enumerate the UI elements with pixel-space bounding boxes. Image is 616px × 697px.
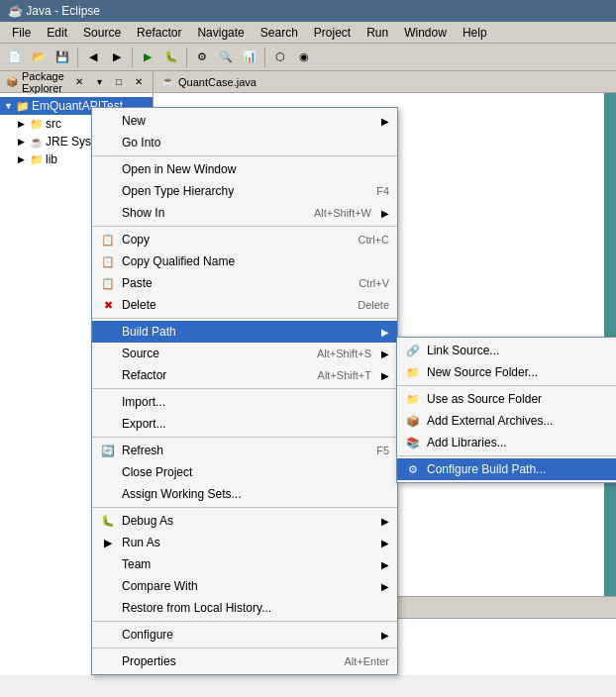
ctx-assign-working[interactable]: Assign Working Sets... bbox=[92, 483, 397, 505]
toolbar-forward[interactable]: ▶ bbox=[106, 47, 128, 68]
ctx-build-path[interactable]: Build Path ▶ bbox=[92, 321, 397, 343]
ctx-close-project[interactable]: Close Project bbox=[92, 461, 397, 483]
menu-run[interactable]: Run bbox=[359, 24, 396, 42]
sub-use-source[interactable]: 📁 Use as Source Folder bbox=[397, 388, 616, 410]
toolbar-btn3[interactable]: 📊 bbox=[239, 47, 260, 68]
menu-bar: File Edit Source Refactor Navigate Searc… bbox=[0, 22, 616, 44]
ctx-open-window-icon bbox=[100, 161, 116, 177]
ctx-restore-history[interactable]: Restore from Local History... bbox=[92, 597, 397, 619]
ctx-open-type-hier[interactable]: Open Type Hierarchy F4 bbox=[92, 180, 397, 202]
ctx-configure-label: Configure bbox=[122, 628, 371, 642]
toolbar-back[interactable]: ◀ bbox=[82, 47, 104, 68]
ctx-go-into[interactable]: Go Into bbox=[92, 132, 397, 153]
ctx-properties[interactable]: Properties Alt+Enter bbox=[92, 650, 397, 672]
toolbar: 📄 📂 💾 ◀ ▶ ▶ 🐛 ⚙ 🔍 📊 ⬡ ◉ bbox=[0, 44, 616, 71]
ctx-refactor[interactable]: Refactor Alt+Shift+T ▶ bbox=[92, 364, 397, 386]
ctx-export[interactable]: Export... bbox=[92, 413, 397, 435]
ctx-copy-icon: 📋 bbox=[100, 232, 116, 248]
ctx-refresh[interactable]: 🔄 Refresh F5 bbox=[92, 440, 397, 461]
sub-add-libraries-label: Add Libraries... bbox=[427, 436, 615, 449]
ctx-copy-qualified[interactable]: 📋 Copy Qualified Name bbox=[92, 250, 397, 272]
panel-menu[interactable]: ▾ bbox=[91, 74, 107, 90]
tree-icon-project: 📁 bbox=[16, 100, 30, 113]
editor-tab[interactable]: ☕ QuantCase.java bbox=[154, 71, 616, 93]
sub-new-source-folder-label: New Source Folder... bbox=[427, 365, 615, 379]
sub-add-libraries[interactable]: 📚 Add Libraries... bbox=[397, 432, 616, 453]
ctx-sep6 bbox=[92, 507, 397, 508]
ctx-open-window[interactable]: Open in New Window bbox=[92, 158, 397, 180]
toolbar-btn1[interactable]: ⚙ bbox=[191, 47, 213, 68]
ctx-delete-shortcut: Delete bbox=[358, 299, 389, 311]
ctx-new-arrow: ▶ bbox=[381, 116, 389, 127]
panel-close[interactable]: ✕ bbox=[131, 74, 147, 90]
ctx-open-window-label: Open in New Window bbox=[122, 162, 389, 176]
toolbar-btn4[interactable]: ⬡ bbox=[269, 47, 291, 68]
ctx-copy[interactable]: 📋 Copy Ctrl+C bbox=[92, 229, 397, 250]
ctx-build-path-arrow: ▶ bbox=[381, 327, 389, 338]
panel-minimize[interactable]: ✕ bbox=[71, 74, 87, 90]
menu-search[interactable]: Search bbox=[253, 24, 306, 42]
ctx-properties-shortcut: Alt+Enter bbox=[344, 655, 389, 667]
sub-sep2 bbox=[397, 455, 616, 456]
ctx-build-path-icon bbox=[100, 324, 116, 340]
context-menu: New ▶ Go Into Open in New Window Open Ty… bbox=[91, 107, 398, 675]
ctx-compare-with[interactable]: Compare With ▶ bbox=[92, 575, 397, 597]
ctx-show-in-shortcut: Alt+Shift+W bbox=[314, 207, 371, 219]
toolbar-new[interactable]: 📄 bbox=[4, 47, 26, 68]
toolbar-save[interactable]: 💾 bbox=[51, 47, 73, 68]
menu-source[interactable]: Source bbox=[75, 24, 129, 42]
ctx-copy-qualified-label: Copy Qualified Name bbox=[122, 254, 389, 268]
ctx-delete-label: Delete bbox=[122, 298, 352, 312]
ctx-refactor-shortcut: Alt+Shift+T bbox=[318, 369, 371, 381]
ctx-delete[interactable]: ✖ Delete Delete bbox=[92, 294, 397, 316]
toolbar-btn5[interactable]: ◉ bbox=[293, 47, 315, 68]
toolbar-debug[interactable]: 🐛 bbox=[160, 47, 182, 68]
tree-label-lib: lib bbox=[46, 152, 57, 166]
ctx-sep1 bbox=[92, 155, 397, 156]
menu-project[interactable]: Project bbox=[306, 24, 359, 42]
ctx-debug-as[interactable]: 🐛 Debug As ▶ bbox=[92, 510, 397, 532]
ctx-refresh-label: Refresh bbox=[122, 444, 370, 457]
editor-tab-icon: ☕ bbox=[161, 75, 175, 88]
ctx-export-icon bbox=[100, 416, 116, 432]
ctx-copy-label: Copy bbox=[122, 233, 353, 247]
sub-configure-build[interactable]: ⚙ Configure Build Path... bbox=[397, 458, 616, 480]
panel-maximize[interactable]: □ bbox=[111, 74, 127, 90]
toolbar-open[interactable]: 📂 bbox=[28, 47, 50, 68]
ctx-sep8 bbox=[92, 647, 397, 648]
ctx-new[interactable]: New ▶ bbox=[92, 110, 397, 132]
ctx-source-arrow: ▶ bbox=[381, 348, 389, 359]
ctx-refresh-shortcut: F5 bbox=[376, 445, 389, 456]
ctx-refresh-icon: 🔄 bbox=[100, 443, 116, 458]
ctx-compare-with-icon bbox=[100, 578, 116, 594]
ctx-team[interactable]: Team ▶ bbox=[92, 553, 397, 575]
ctx-debug-as-label: Debug As bbox=[122, 514, 371, 528]
toolbar-btn2[interactable]: 🔍 bbox=[215, 47, 237, 68]
ctx-source[interactable]: Source Alt+Shift+S ▶ bbox=[92, 343, 397, 364]
ctx-show-in[interactable]: Show In Alt+Shift+W ▶ bbox=[92, 202, 397, 224]
menu-edit[interactable]: Edit bbox=[39, 24, 75, 42]
ctx-compare-with-label: Compare With bbox=[122, 579, 371, 593]
ctx-delete-icon: ✖ bbox=[100, 297, 116, 313]
menu-file[interactable]: File bbox=[4, 24, 39, 42]
ctx-paste[interactable]: 📋 Paste Ctrl+V bbox=[92, 272, 397, 294]
sub-add-external-label: Add External Archives... bbox=[427, 414, 615, 428]
ctx-paste-shortcut: Ctrl+V bbox=[359, 277, 389, 289]
toolbar-run[interactable]: ▶ bbox=[137, 47, 158, 68]
ctx-refactor-arrow: ▶ bbox=[381, 370, 389, 381]
ctx-import-icon bbox=[100, 394, 116, 410]
sub-link-source[interactable]: 🔗 Link Source... bbox=[397, 340, 616, 361]
menu-window[interactable]: Window bbox=[396, 24, 455, 42]
menu-refactor[interactable]: Refactor bbox=[129, 24, 189, 42]
ctx-team-arrow: ▶ bbox=[381, 559, 389, 570]
sub-new-source-folder[interactable]: 📁 New Source Folder... bbox=[397, 361, 616, 383]
menu-help[interactable]: Help bbox=[455, 24, 495, 42]
ctx-import[interactable]: Import... bbox=[92, 391, 397, 413]
ctx-configure[interactable]: Configure ▶ bbox=[92, 624, 397, 646]
sub-add-external[interactable]: 📦 Add External Archives... bbox=[397, 410, 616, 432]
ctx-show-in-label: Show In bbox=[122, 206, 308, 220]
ctx-run-as[interactable]: ▶ Run As ▶ bbox=[92, 532, 397, 553]
ctx-source-icon bbox=[100, 346, 116, 361]
ctx-refactor-label: Refactor bbox=[122, 368, 312, 382]
menu-navigate[interactable]: Navigate bbox=[189, 24, 252, 42]
